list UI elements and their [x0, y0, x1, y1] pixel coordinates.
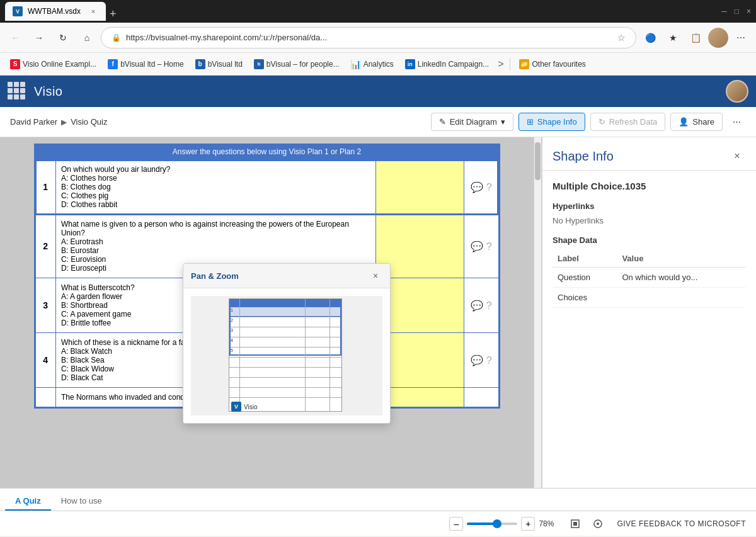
full-screen-button[interactable]	[589, 515, 607, 533]
zoom-in-button[interactable]: +	[521, 517, 535, 531]
close-window-button[interactable]: ×	[747, 7, 751, 16]
shape-data-label: Question	[553, 268, 617, 288]
pan-zoom-popup: Pan & Zoom ×	[183, 263, 391, 424]
address-bar[interactable]: 🔒 https://bvisualnet-my.sharepoint.com/:…	[101, 27, 636, 48]
edit-diagram-label: Edit Diagram	[450, 117, 497, 127]
row-icons-cell: 💬 ?	[464, 278, 498, 333]
share-icon: 👤	[679, 117, 689, 127]
bookmark-favicon-linkedin: in	[405, 59, 415, 69]
diagram-header: Answer the questions below using Visio P…	[35, 145, 499, 159]
extensions-button[interactable]: 🔵	[640, 28, 660, 48]
zoom-slider-thumb[interactable]	[493, 519, 501, 528]
canvas-vertical-scrollbar[interactable]	[534, 137, 541, 488]
question-cell: On which would you air laundry? A: Cloth…	[55, 160, 375, 215]
panel-close-button[interactable]: ×	[728, 147, 746, 165]
mini-diagram[interactable]: 1 2 3 4 5 V Visio	[191, 296, 382, 415]
browser-user-avatar[interactable]	[708, 28, 728, 48]
fit-page-button[interactable]	[566, 515, 584, 533]
comment-icon: 💬	[471, 182, 483, 193]
status-bar: – + 78% GIVE FEEDBACK TO MICROSOFT	[0, 511, 756, 536]
shape-data-value: On which would yo...	[617, 268, 746, 288]
refresh-data-button[interactable]: ↻ Refresh Data	[590, 113, 666, 131]
svg-point-3	[597, 523, 599, 525]
apps-icon[interactable]	[8, 82, 26, 101]
bookmarks-bar: S Visio Online Exampl... f bVisual ltd –…	[0, 53, 756, 76]
bookmark-star-icon[interactable]: ☆	[617, 33, 626, 43]
browser-more-button[interactable]: ⋯	[731, 28, 751, 48]
comment-icon: 💬	[471, 355, 483, 366]
bookmarks-more-button[interactable]: >	[495, 59, 506, 70]
refresh-button[interactable]: ↻	[53, 28, 73, 48]
refresh-data-label: Refresh Data	[609, 117, 658, 127]
zoom-out-button[interactable]: –	[449, 517, 463, 531]
question-icon: ?	[486, 300, 492, 311]
panel-header: Shape Info ×	[542, 137, 756, 171]
bookmark-bvisual-home[interactable]: f bVisual ltd – Home	[103, 57, 189, 72]
breadcrumb-david-parker[interactable]: David Parker	[10, 117, 57, 127]
browser-navbar: ← → ↻ ⌂ 🔒 https://bvisualnet-my.sharepoi…	[0, 23, 756, 53]
shape-data-row: Question On which would yo...	[553, 268, 746, 288]
shape-info-panel: Shape Info × Multiple Choice.1035 Hyperl…	[542, 137, 756, 488]
browser-tabs: V WWTBAM.vsdx × +	[5, 2, 711, 21]
popup-body: 1 2 3 4 5 V Visio	[183, 288, 390, 423]
tab-favicon: V	[13, 6, 23, 16]
bookmark-bvisual-ltd[interactable]: b bVisual ltd	[190, 57, 248, 72]
edit-diagram-button[interactable]: ✎ Edit Diagram ▾	[431, 113, 513, 131]
bookmark-analytics[interactable]: 📊 Analytics	[346, 57, 399, 72]
tab-label: WWTBAM.vsdx	[28, 7, 81, 16]
edit-icon: ✎	[439, 117, 446, 127]
bookmark-favicon-visio: S	[10, 59, 20, 69]
zoom-slider[interactable]	[467, 523, 517, 525]
bookmark-label-other: Other favourites	[532, 60, 585, 69]
zoom-controls: – + 78%	[449, 517, 561, 531]
scrollbar-thumb[interactable]	[535, 142, 541, 180]
svg-rect-1	[573, 522, 577, 526]
maximize-button[interactable]: □	[735, 7, 739, 16]
share-button[interactable]: 👤 Share	[670, 113, 723, 131]
row-number	[35, 388, 55, 407]
popup-title: Pan & Zoom	[191, 271, 369, 281]
favorites-button[interactable]: ★	[663, 28, 683, 48]
bookmark-other-favourites[interactable]: 📁 Other favourites	[514, 57, 590, 72]
forward-button[interactable]: →	[29, 28, 49, 48]
new-tab-button[interactable]: +	[106, 8, 120, 21]
collections-button[interactable]: 📋	[685, 28, 706, 48]
zoom-level-display: 78%	[539, 519, 561, 528]
home-button[interactable]: ⌂	[77, 28, 97, 48]
nav-icons: 🔵 ★ 📋 ⋯	[640, 28, 751, 48]
row-number: 3	[35, 278, 55, 333]
row-number: 2	[35, 215, 55, 278]
shape-data-label: Choices	[553, 288, 617, 308]
hyperlinks-value: No Hyperlinks	[553, 216, 746, 225]
pan-zoom-close-button[interactable]: ×	[369, 269, 382, 283]
mini-table-lines: 1 2 3 4 5	[229, 299, 341, 411]
shape-data-table: Label Value Question On which would yo..…	[553, 250, 746, 308]
bookmarks-separator	[510, 58, 510, 71]
label-column-header: Label	[553, 250, 617, 268]
bookmark-bvisual-people[interactable]: b bVisual – for people...	[249, 57, 345, 72]
panel-title: Shape Info	[553, 149, 728, 164]
row-number: 1	[35, 160, 55, 215]
bookmark-visio-online[interactable]: S Visio Online Exampl...	[5, 57, 101, 72]
active-browser-tab[interactable]: V WWTBAM.vsdx ×	[5, 2, 106, 21]
shape-data-row: Choices	[553, 288, 746, 308]
app-user-avatar[interactable]	[726, 80, 748, 103]
table-row[interactable]: 1 On which would you air laundry? A: Clo…	[35, 160, 498, 215]
more-options-button[interactable]: ⋯	[728, 113, 746, 130]
minimize-button[interactable]: ─	[721, 7, 727, 16]
tab-how-to-use[interactable]: How to use	[51, 492, 112, 511]
shape-name: Multiple Choice.1035	[553, 181, 746, 191]
visio-canvas[interactable]: Answer the questions below using Visio P…	[0, 137, 542, 488]
value-column-header: Value	[617, 250, 746, 268]
shape-info-button[interactable]: ⊞ Shape Info	[518, 113, 585, 131]
bookmark-favicon-bvisual-people: b	[254, 59, 264, 69]
back-button[interactable]: ←	[5, 28, 25, 48]
edit-diagram-dropdown-icon: ▾	[501, 117, 505, 127]
row-icons-cell: 💬 ?	[464, 215, 498, 278]
shape-info-icon: ⊞	[527, 117, 534, 127]
feedback-text[interactable]: GIVE FEEDBACK TO MICROSOFT	[617, 519, 746, 528]
tab-a-quiz[interactable]: A Quiz	[5, 492, 51, 511]
tab-close-button[interactable]: ×	[88, 6, 98, 16]
breadcrumb-visio-quiz: Visio Quiz	[71, 117, 107, 127]
bookmark-linkedin[interactable]: in LinkedIn Campaign...	[400, 57, 494, 72]
